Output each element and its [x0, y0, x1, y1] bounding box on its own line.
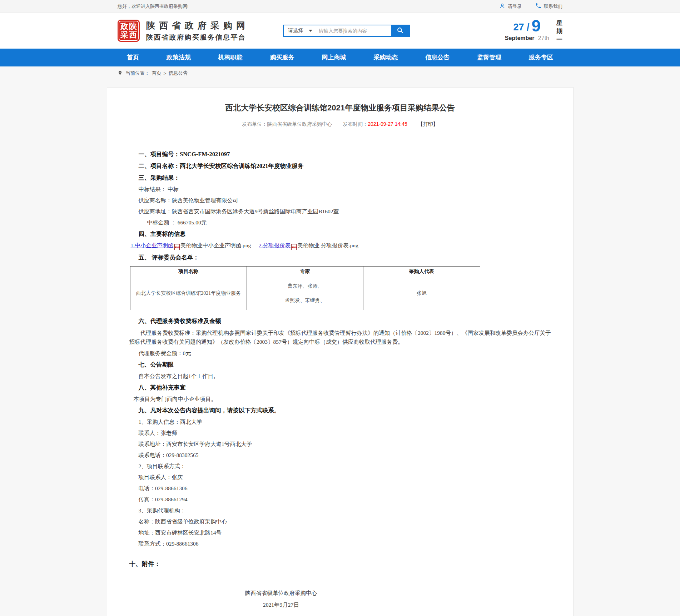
agency-phone-line: 联系方式：029-88661306: [129, 538, 551, 549]
search-category-label: 请选择: [288, 28, 303, 34]
article-card: 西北大学长安校区综合训练馆2021年度物业服务项目采购结果公告 发布单位：陕西省…: [107, 87, 574, 616]
date-widget: 27 / 9 September 27th 星 期 一: [505, 18, 562, 44]
section-4-heading: 四、主要标的信息: [129, 228, 551, 240]
section-5-heading: 五、 评标委员会名单：: [129, 252, 551, 263]
publish-time-label: 发布时间：: [343, 121, 368, 127]
buyer-phone-line: 联系电话：029-88302565: [129, 449, 551, 461]
bid-amount-line: 中标金额 ： 666705.00元: [129, 217, 551, 228]
buyer-contact-person-line: 联系人：张老师: [129, 427, 551, 438]
breadcrumb-home[interactable]: 首页: [152, 70, 162, 76]
project-contact-heading-line: 2、项目联系方式：: [129, 461, 551, 472]
main-nav: 首页 政策法规 机构职能 购买服务 网上商城 采购动态 信息公告 监督管理 服务…: [0, 49, 680, 66]
welcome-text: 您好，欢迎进入陕西省政府采购网!: [118, 3, 189, 10]
print-button[interactable]: 【打印】: [418, 121, 438, 127]
supplier-address-line: 供应商地址：陕西省西安市国际港务区港务大道9号新丝路国际电商产业园B1602室: [129, 206, 551, 217]
location-pin-icon: [118, 70, 123, 76]
agency-heading-line: 3、采购代理机构：: [129, 505, 551, 516]
search-input[interactable]: [316, 25, 391, 36]
nav-item-online-mall[interactable]: 网上商城: [317, 49, 351, 66]
nav-item-home[interactable]: 首页: [122, 49, 144, 66]
evaluation-committee-table: 项目名称 专家 采购人代表 西北大学长安校区综合训练馆2021年度物业服务 曹东…: [130, 266, 480, 310]
section-6-heading: 六、代理服务费收费标准及金额: [129, 315, 551, 327]
date-ordinal: 27th: [538, 35, 549, 41]
table-header-row: 项目名称 专家 采购人代表: [130, 266, 480, 277]
buyer-info-line: 1、采购人信息：西北大学: [129, 416, 551, 427]
png-file-icon: PNG: [291, 244, 297, 250]
date-month: 9: [532, 18, 541, 33]
signature-org: 陕西省省级单位政府采购中心: [129, 589, 433, 597]
buyer-address-line: 联系地址：西安市长安区学府大道1号西北大学: [129, 438, 551, 449]
attachment-filename-1: 美伦物业中小企业声明函.png: [180, 242, 251, 248]
project-fax-line: 传真：029-88661294: [129, 494, 551, 505]
breadcrumb-separator: >: [164, 71, 167, 76]
search-category-select[interactable]: 请选择: [284, 25, 316, 36]
col-header-buyer-rep: 采购人代表: [363, 266, 480, 277]
breadcrumb-bar: 当前位置： 首页 > 信息公告: [0, 66, 680, 80]
search-box: 请选择: [283, 25, 410, 37]
article-meta: 发布单位：陕西省省级单位政府采购中心 发布时间：2021-09-27 14:45…: [124, 121, 556, 128]
cell-buyer-rep: 张旭: [363, 277, 480, 310]
publish-time-value: 2021-09-27 14:45: [368, 121, 407, 127]
cell-project-name: 西北大学长安校区综合训练馆2021年度物业服务: [130, 277, 247, 310]
attachment-link-sme-declaration[interactable]: 1.中小企业声明函: [131, 242, 174, 248]
attachment-filename-2: 美伦物业 分项报价表.png: [297, 242, 358, 248]
section-1-heading: 一、项目编号：SNCG-FM-2021097: [129, 148, 551, 160]
login-link[interactable]: 请登录: [499, 3, 522, 10]
nav-item-supervision[interactable]: 监督管理: [472, 49, 506, 66]
site-header: 政 陕 采 西 陕西省政府采购网 陕西省政府购买服务信息平台 请选择: [0, 13, 680, 49]
attachment-link-itemized-quote[interactable]: 2.分项报价表: [259, 242, 291, 248]
bid-result-line: 中标结果： 中标: [129, 184, 551, 195]
agency-fee-amount-line: 代理服务费金额：0元: [129, 348, 551, 359]
site-logo[interactable]: 政 陕 采 西: [118, 20, 140, 42]
project-contact-person-line: 项目联系人：张庆: [129, 472, 551, 483]
section-10-heading: 十、附件：: [129, 558, 551, 570]
breadcrumb-label: 当前位置：: [125, 70, 150, 76]
cell-experts: 曹东洋、张涛、 孟照发、宋继勇、: [247, 277, 363, 310]
login-label: 请登录: [508, 3, 522, 10]
contact-link[interactable]: 联系我们: [535, 3, 562, 10]
search-icon: [397, 27, 404, 35]
breadcrumb: 当前位置： 首页 > 信息公告: [118, 66, 562, 80]
nav-item-functions[interactable]: 机构职能: [213, 49, 248, 66]
user-icon: [499, 3, 505, 10]
nav-item-service-zone[interactable]: 服务专区: [524, 49, 558, 66]
chevron-down-icon: [309, 30, 312, 32]
date-day: 27 /: [513, 21, 530, 33]
page-title: 西北大学长安校区综合训练馆2021年度物业服务项目采购结果公告: [124, 103, 556, 113]
section-8-heading: 八、其他补充事宜: [129, 382, 551, 393]
phone-icon: [535, 3, 541, 10]
table-row: 西北大学长安校区综合训练馆2021年度物业服务 曹东洋、张涛、 孟照发、宋继勇、…: [130, 277, 480, 310]
publisher-value: 陕西省省级单位政府采购中心: [267, 121, 332, 127]
png-file-icon: PNG: [174, 244, 180, 250]
agency-address-line: 地址：西安市碑林区长安北路14号: [129, 527, 551, 538]
nav-item-procurement-news[interactable]: 采购动态: [368, 49, 403, 66]
supplier-name-line: 供应商名称：陕西美伦物业管理有限公司: [129, 195, 551, 206]
signature-date: 2021年9月27日: [129, 601, 433, 609]
breadcrumb-current: 信息公告: [168, 70, 188, 76]
signature-block: 陕西省省级单位政府采购中心 2021年9月27日: [129, 589, 433, 609]
agency-name-line: 名称：陕西省省级单位政府采购中心: [129, 516, 551, 527]
project-phone-line: 电话：029-88661306: [129, 483, 551, 494]
col-header-experts: 专家: [247, 266, 363, 277]
topbar: 您好，欢迎进入陕西省政府采购网! 请登录 联系我们: [0, 0, 680, 13]
article-body: 一、项目编号：SNCG-FM-2021097 二、项目名称：西北大学长安校区综合…: [124, 148, 556, 609]
nav-item-purchase-services[interactable]: 购买服务: [265, 49, 299, 66]
nav-item-announcements[interactable]: 信息公告: [420, 49, 455, 66]
section-2-heading: 二、项目名称：西北大学长安校区综合训练馆2021年度物业服务: [129, 160, 551, 172]
search-button[interactable]: [391, 25, 410, 36]
date-month-name: September: [505, 35, 535, 41]
section-3-heading: 三、采购结果：: [129, 172, 551, 184]
date-weekday: 星 期 一: [556, 18, 562, 44]
nav-item-policies[interactable]: 政策法规: [162, 49, 196, 66]
site-subtitle: 陕西省政府购买服务信息平台: [146, 33, 249, 42]
site-title: 陕西省政府采购网: [146, 20, 249, 31]
contact-label: 联系我们: [544, 3, 562, 10]
publisher-label: 发布单位：: [242, 121, 267, 127]
section-7-heading: 七、公告期限: [129, 359, 551, 371]
sme-note-line: 本项目为专门面向中小企业项目。: [129, 393, 551, 404]
agency-fee-standard-paragraph: 代理服务费收费标准：采购代理机构参照国家计委关于印发《招标代理服务收费管理暂行办…: [129, 328, 551, 346]
attachments-line: 1.中小企业声明函PNG美伦物业中小企业声明函.png 2.分项报价表PNG美伦…: [129, 240, 551, 252]
col-header-project-name: 项目名称: [130, 266, 247, 277]
section-9-heading: 九、凡对本次公告内容提出询问，请按以下方式联系。: [129, 404, 551, 416]
announcement-period-line: 自本公告发布之日起1个工作日。: [129, 371, 551, 382]
